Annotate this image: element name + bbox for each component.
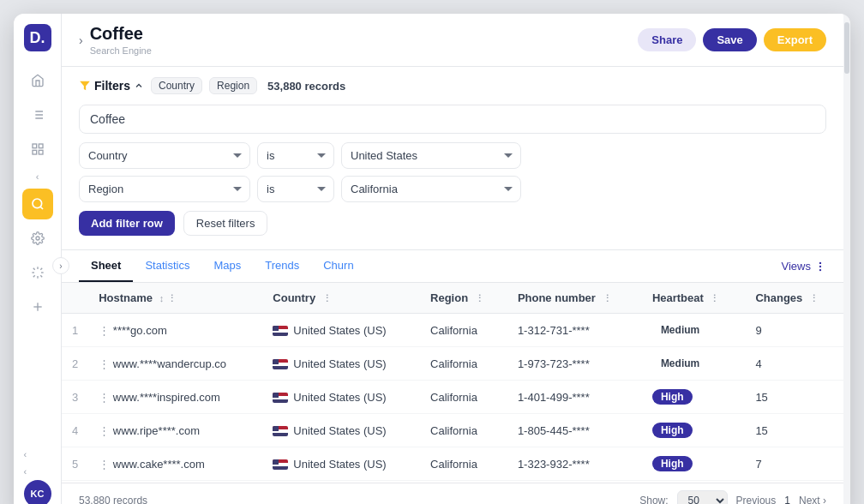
col-phone-actions: ⋮ [603,293,612,304]
sidebar: D. ‹ ‹ ‹ KC › [14,14,62,504]
footer-records: 53,880 records [79,495,147,504]
avatar[interactable]: KC [24,480,51,504]
svg-point-12 [36,237,39,240]
col-region-actions: ⋮ [475,293,484,304]
tab-statistics[interactable]: Statistics [133,250,201,282]
row-menu[interactable]: ⋮ [99,458,110,471]
col-changes: Changes ⋮ [745,283,843,314]
sidebar-icon-home[interactable] [22,65,53,96]
tab-churn[interactable]: Churn [311,250,365,282]
col-phone: Phone number ⋮ [507,283,642,314]
filters-label: Filters [79,79,144,93]
sidebar-toggle[interactable]: › [52,257,69,274]
cell-country: United States (US) [262,414,420,447]
search-input[interactable] [79,105,826,134]
next-button[interactable]: Next › [799,495,826,504]
svg-point-26 [819,269,820,270]
header-actions: Share Save Export [638,28,826,51]
flag-icon [273,459,288,470]
sidebar-collapse-2[interactable]: ‹ [24,446,51,463]
table-row: 2 ⋮ www.****wandercup.co United States (… [62,347,843,381]
tab-maps[interactable]: Maps [201,250,253,282]
tab-sheet[interactable]: Sheet [79,250,133,282]
show-select[interactable]: 50 100 200 [677,490,728,504]
filter-op-country[interactable]: is [257,142,334,169]
col-country-actions: ⋮ [322,293,332,304]
sidebar-icon-settings[interactable] [22,223,53,254]
row-number: 2 [62,347,88,381]
data-table: Hostname ↕ ⋮ Country ⋮ [62,283,843,481]
header: › Coffee Search Engine Share Save Export [62,14,843,67]
save-button[interactable]: Save [703,28,756,51]
cell-region: California [420,381,507,414]
logo[interactable]: D. [24,24,51,51]
filter-tag-country[interactable]: Country [151,77,202,94]
filter-header: Filters Country Region 53,880 records [79,77,826,94]
sidebar-collapse-1[interactable]: ‹ [36,168,39,185]
cell-heartbeat: High [642,414,746,447]
col-hostname-sort[interactable]: ↕ [159,293,165,304]
export-button[interactable]: Export [764,28,826,51]
records-count: 53,880 records [267,80,345,93]
filter-actions: Add filter row Reset filters [79,211,826,236]
flag-icon [273,359,288,369]
tab-trends[interactable]: Trends [253,250,311,282]
sidebar-icon-grid[interactable] [22,134,53,165]
subtitle: Search Engine [90,45,152,56]
cell-heartbeat: High [642,447,746,481]
cell-phone: 1-973-723-**** [507,347,642,381]
svg-line-14 [33,268,34,270]
cell-changes: 9 [745,314,843,347]
sidebar-collapse-3[interactable]: ‹ [24,463,51,480]
cell-country: United States (US) [262,447,420,481]
previous-button[interactable]: Previous [736,495,777,504]
col-region: Region ⋮ [420,283,507,314]
reset-filters-button[interactable]: Reset filters [183,211,268,236]
col-region-menu[interactable]: ⋮ [475,293,484,304]
right-scrollbar[interactable] [843,14,850,504]
tabs-bar: Sheet Statistics Maps Trends Churn Views [62,250,843,283]
col-changes-actions: ⋮ [809,293,819,304]
sidebar-icon-search[interactable] [22,189,53,219]
row-menu[interactable]: ⋮ [99,424,110,437]
row-number: 1 [62,314,88,347]
sidebar-icon-bulb[interactable] [22,257,53,288]
col-hostname: Hostname ↕ ⋮ [88,283,262,314]
col-changes-menu[interactable]: ⋮ [809,293,819,304]
row-menu[interactable]: ⋮ [99,391,110,404]
share-button[interactable]: Share [638,28,696,51]
cell-phone: 1-323-932-**** [507,447,642,481]
filter-tag-region[interactable]: Region [209,77,257,94]
col-heartbeat-menu[interactable]: ⋮ [710,293,719,304]
cell-hostname: ⋮ www.****wandercup.co [88,347,262,381]
col-num [62,283,88,314]
filter-val-region[interactable]: California [341,176,521,202]
col-country: Country ⋮ [262,283,420,314]
row-menu[interactable]: ⋮ [99,324,110,337]
flag-icon [273,426,288,436]
filter-field-region[interactable]: Region [79,176,250,202]
sidebar-icon-list[interactable] [22,99,53,130]
add-filter-button[interactable]: Add filter row [79,211,175,236]
views-button[interactable]: Views [782,260,826,273]
cell-region: California [420,414,507,447]
header-left: › Coffee Search Engine [79,24,152,56]
filter-area: Filters Country Region 53,880 records Co… [62,67,843,250]
col-phone-menu[interactable]: ⋮ [603,293,612,304]
svg-rect-6 [33,144,37,148]
row-menu[interactable]: ⋮ [99,357,110,370]
filter-field-country[interactable]: Country [79,142,250,169]
col-hostname-menu[interactable]: ⋮ [167,293,177,304]
svg-line-20 [40,268,42,270]
heartbeat-badge: High [652,423,693,438]
cell-phone: 1-401-499-**** [507,381,642,414]
filter-op-region[interactable]: is [257,176,334,202]
col-hostname-actions: ↕ ⋮ [159,293,177,304]
cell-region: California [420,447,507,481]
col-country-menu[interactable]: ⋮ [322,293,332,304]
filter-val-country[interactable]: United States [341,142,521,169]
table-row: 1 ⋮ ****go.com United States (US) Califo… [62,314,843,347]
sidebar-icon-plus[interactable] [22,291,53,322]
cell-country: United States (US) [262,314,420,347]
cell-hostname: ⋮ www.****inspired.com [88,381,262,414]
